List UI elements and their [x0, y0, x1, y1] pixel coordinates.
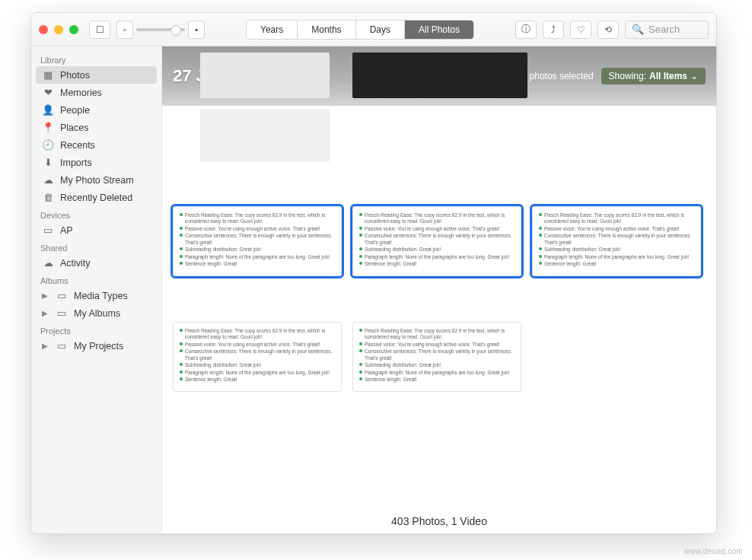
tab-all-photos[interactable]: All Photos [405, 21, 473, 39]
sidebar-item-label: My Photo Stream [60, 175, 134, 186]
photos-app-window: ☐ ▫ ▪ Years Months Days All Photos ⓘ ⤴ ♡… [30, 12, 717, 534]
sidebar-item-activity[interactable]: ☁Activity [31, 254, 161, 272]
album-icon: ▭ [56, 290, 68, 301]
sidebar-item-photos[interactable]: ▦Photos [36, 66, 157, 84]
sidebar-item-label: Recently Deleted [60, 192, 132, 203]
thumbnail-placeholder[interactable] [200, 52, 330, 98]
showing-label: Showing: [609, 71, 646, 81]
minimize-button[interactable] [54, 25, 63, 34]
sidebar-section-projects: Projects [31, 322, 161, 337]
sidebar-item-my-projects[interactable]: ▶▭My Projects [31, 337, 161, 355]
sidebar-item-label: People [60, 105, 90, 116]
sidebar-item-label: Activity [60, 258, 91, 269]
disclosure-icon[interactable]: ▶ [42, 291, 49, 300]
sidebar-item-imports[interactable]: ⬇Imports [31, 154, 161, 171]
chevron-down-icon: ⌄ [690, 71, 698, 81]
info-button[interactable]: ⓘ [515, 21, 537, 39]
showing-value: All Items [649, 71, 687, 81]
content-area: 27 Jan 2020 3 photos selected Showing: A… [162, 46, 716, 533]
zoom-slider-group: ▫ ▪ [116, 21, 205, 39]
sidebar-section-shared: Shared [31, 239, 161, 254]
sidebar-section-library: Library [31, 51, 161, 66]
sidebar-item-label: My Projects [74, 341, 123, 352]
sidebar-item-media-types[interactable]: ▶▭Media Types [31, 287, 161, 304]
sidebar-item-device-ap[interactable]: ▭AP [31, 221, 161, 239]
showing-filter[interactable]: Showing: All Items ⌄ [601, 68, 706, 84]
sidebar-item-label: Imports [60, 158, 92, 168]
window-controls [39, 25, 78, 34]
sidebar-section-albums: Albums [31, 272, 161, 287]
selection-count: 3 photos selected [522, 71, 594, 81]
photo-thumbnail[interactable]: Flesch Reading Ease: The copy scores 82.… [173, 322, 342, 392]
view-segmented-control: Years Months Days All Photos [246, 20, 474, 40]
photo-grid[interactable]: Flesch Reading Ease: The copy scores 82.… [162, 199, 716, 509]
sidebar-section-devices: Devices [31, 206, 161, 221]
cloud-icon: ☁ [42, 174, 54, 186]
sidebar-item-label: Media Types [74, 291, 128, 301]
album-icon: ▭ [56, 307, 68, 319]
disclosure-icon[interactable]: ▶ [42, 342, 49, 350]
favorite-button[interactable]: ♡ [570, 21, 591, 39]
video-thumbnail[interactable] [352, 52, 527, 98]
people-icon: 👤 [42, 104, 54, 116]
project-icon: ▭ [56, 340, 68, 352]
imports-icon: ⬇ [42, 157, 54, 168]
photo-thumbnail-selected[interactable]: Flesch Reading Ease: The copy scores 82.… [532, 206, 701, 276]
device-icon: ▭ [42, 224, 54, 236]
rotate-button[interactable]: ⟲ [597, 21, 619, 39]
grid-row: Flesch Reading Ease: The copy scores 82.… [173, 206, 706, 276]
search-placeholder: Search [648, 24, 680, 35]
sidebar-item-label: Recents [60, 140, 95, 151]
grid-row: Flesch Reading Ease: The copy scores 82.… [173, 322, 706, 392]
fullscreen-button[interactable] [69, 25, 78, 34]
zoom-slider[interactable] [136, 28, 185, 31]
recents-icon: 🕘 [42, 139, 54, 151]
zoom-small-icon[interactable]: ▫ [116, 21, 133, 39]
sidebar-item-photostream[interactable]: ☁My Photo Stream [31, 171, 161, 189]
content-header: 27 Jan 2020 3 photos selected Showing: A… [162, 46, 716, 106]
zoom-large-icon[interactable]: ▪ [188, 21, 205, 39]
thumbnail-placeholder[interactable] [200, 109, 330, 162]
sidebar-item-label: Memories [60, 88, 102, 98]
library-summary-footer: 403 Photos, 1 Video [162, 509, 716, 533]
photos-icon: ▦ [42, 69, 54, 81]
places-icon: 📍 [42, 122, 54, 133]
summary-text: 403 Photos, 1 Video [391, 515, 487, 527]
sidebar-item-label: My Albums [74, 308, 120, 319]
photo-thumbnail[interactable]: Flesch Reading Ease: The copy scores 82.… [352, 322, 521, 392]
sidebar-item-recently-deleted[interactable]: 🗑Recently Deleted [31, 189, 161, 206]
sidebar-item-recents[interactable]: 🕘Recents [31, 136, 161, 154]
cloud-icon: ☁ [42, 257, 54, 269]
titlebar: ☐ ▫ ▪ Years Months Days All Photos ⓘ ⤴ ♡… [31, 13, 716, 46]
sidebar: Library ▦Photos ❤Memories 👤People 📍Place… [31, 46, 162, 533]
sidebar-item-label: Places [60, 123, 89, 133]
trash-icon: 🗑 [42, 192, 54, 203]
search-icon: 🔍 [632, 24, 644, 35]
tab-days[interactable]: Days [356, 21, 405, 39]
share-button[interactable]: ⤴ [543, 21, 564, 39]
tab-years[interactable]: Years [247, 21, 298, 39]
tab-months[interactable]: Months [298, 21, 355, 39]
sidebar-item-people[interactable]: 👤People [31, 101, 161, 119]
sidebar-item-places[interactable]: 📍Places [31, 119, 161, 136]
sidebar-toggle-button[interactable]: ☐ [89, 21, 110, 39]
photo-thumbnail-selected[interactable]: Flesch Reading Ease: The copy scores 82.… [173, 206, 342, 276]
search-field[interactable]: 🔍 Search [625, 21, 709, 39]
memories-icon: ❤ [42, 87, 54, 98]
watermark: www.deuaq.com [684, 547, 743, 555]
photo-thumbnail-selected[interactable]: Flesch Reading Ease: The copy scores 82.… [352, 206, 521, 276]
sidebar-item-label: AP [60, 225, 73, 236]
window-body: Library ▦Photos ❤Memories 👤People 📍Place… [31, 46, 716, 533]
close-button[interactable] [39, 25, 48, 34]
sidebar-item-label: Photos [60, 70, 90, 81]
disclosure-icon[interactable]: ▶ [42, 309, 49, 317]
sidebar-item-memories[interactable]: ❤Memories [31, 84, 161, 101]
sidebar-item-my-albums[interactable]: ▶▭My Albums [31, 304, 161, 322]
